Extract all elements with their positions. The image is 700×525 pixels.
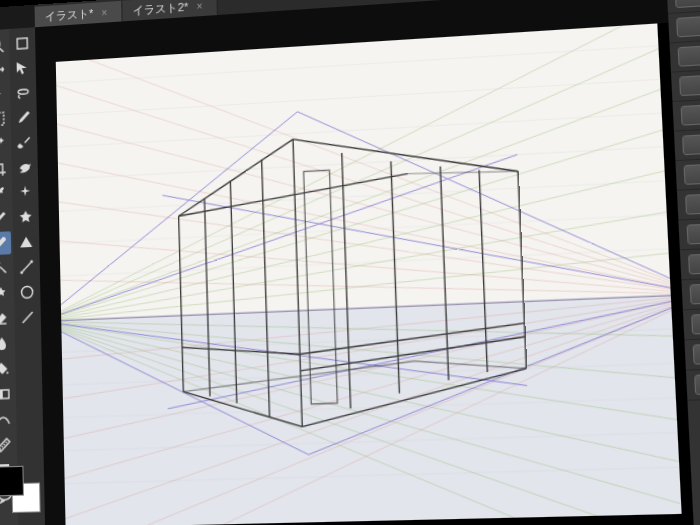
sub-sparkle-icon[interactable]	[14, 180, 37, 204]
panel-tab[interactable]	[686, 369, 700, 401]
gradient-icon[interactable]	[0, 382, 14, 406]
app-window: イラスト* × イラスト2* ×	[0, 0, 700, 525]
wand-icon[interactable]	[0, 132, 9, 156]
sub-lasso-icon[interactable]	[12, 81, 34, 105]
panel-tab[interactable]	[668, 10, 700, 43]
sub-pen-icon[interactable]	[12, 105, 34, 129]
close-icon[interactable]: ×	[196, 0, 202, 12]
eyedropper-icon[interactable]	[0, 181, 10, 205]
panel-tab[interactable]	[681, 278, 700, 310]
svg-line-11	[22, 312, 32, 323]
eraser-icon[interactable]	[0, 307, 13, 331]
svg-rect-7	[0, 390, 3, 399]
sub-move-icon[interactable]	[11, 31, 33, 55]
sub-measure-icon[interactable]	[15, 255, 38, 279]
marquee-icon[interactable]	[0, 107, 9, 131]
sub-brush-icon[interactable]	[13, 130, 36, 154]
panel-tab[interactable]	[672, 99, 700, 132]
svg-point-10	[21, 286, 32, 298]
fill-icon[interactable]	[0, 357, 14, 381]
foreground-color[interactable]	[0, 466, 24, 497]
blend-icon[interactable]	[0, 332, 13, 356]
pen-icon[interactable]	[0, 206, 11, 230]
tab-label: イラスト*	[45, 5, 94, 24]
svg-rect-12	[61, 296, 681, 525]
panel-tab[interactable]	[675, 158, 700, 191]
airbrush-icon[interactable]	[0, 256, 12, 280]
panel-tab[interactable]	[678, 218, 700, 251]
color-swatches[interactable]	[0, 465, 41, 513]
tab-label: イラスト2*	[133, 0, 189, 18]
operation-icon[interactable]	[0, 82, 8, 106]
canvas[interactable]	[56, 23, 682, 525]
sub-star-icon[interactable]	[14, 205, 37, 229]
panel-tab[interactable]	[671, 69, 700, 102]
sub-circle-icon[interactable]	[16, 280, 39, 304]
svg-line-1	[0, 48, 3, 52]
perspective-grid	[56, 23, 682, 525]
svg-rect-2	[0, 113, 4, 126]
decoration-icon[interactable]	[0, 281, 12, 305]
panel-tab[interactable]	[670, 40, 700, 73]
sub-select-icon[interactable]	[12, 56, 34, 80]
sub-line-icon[interactable]	[16, 305, 39, 329]
contour-icon[interactable]	[0, 408, 15, 432]
move-icon[interactable]	[0, 58, 8, 82]
panel-tab[interactable]	[680, 248, 700, 280]
brush-icon[interactable]	[0, 231, 11, 255]
panel-tab[interactable]	[684, 338, 700, 370]
panel-tab[interactable]	[683, 308, 700, 340]
sub-bird-icon[interactable]	[13, 155, 36, 179]
svg-rect-9	[17, 38, 27, 49]
panel-tab[interactable]	[677, 188, 700, 221]
magnifier-icon[interactable]	[0, 33, 8, 57]
panel-tab[interactable]	[674, 129, 700, 162]
canvas-viewport[interactable]	[35, 0, 695, 525]
sub-triangle-icon[interactable]	[15, 230, 38, 254]
crop-icon[interactable]	[0, 157, 10, 181]
ruler-icon[interactable]	[0, 433, 15, 457]
close-icon[interactable]: ×	[101, 6, 107, 18]
